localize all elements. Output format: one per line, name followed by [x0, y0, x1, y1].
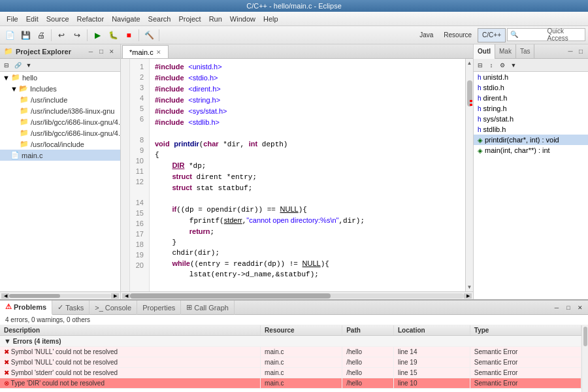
print-button[interactable]: 🖨: [34, 28, 48, 42]
menu-search[interactable]: Search: [144, 14, 175, 24]
table-row[interactable]: ✖ Symbol 'NULL' could not be resolved ma…: [0, 357, 581, 368]
col-description[interactable]: Description: [0, 325, 261, 336]
col-path[interactable]: Path: [342, 325, 394, 336]
outline-sort-btn[interactable]: ↕: [486, 60, 497, 71]
outline-item-unistd[interactable]: h unistd.h: [474, 72, 588, 82]
run-button[interactable]: ▶: [90, 28, 105, 42]
tree-item-i386[interactable]: 📁 /usr/include/i386-linux-gnu: [0, 105, 120, 116]
tree-item-usr-include[interactable]: 📁 /usr/include: [0, 94, 120, 105]
ln-4: 4: [130, 93, 146, 103]
scroll-down-arrow[interactable]: ▼: [466, 283, 473, 291]
header-icon-1: h: [478, 74, 482, 81]
outline-menu-btn[interactable]: ▼: [508, 60, 519, 71]
tab-make[interactable]: Mak: [495, 44, 516, 59]
menu-file[interactable]: File: [3, 14, 22, 24]
outline-item-stdio[interactable]: h stdio.h: [474, 82, 588, 93]
stop-button[interactable]: ■: [122, 28, 136, 42]
build-button[interactable]: 🔨: [142, 28, 156, 42]
problems-maximize-btn[interactable]: □: [563, 302, 574, 313]
table-row[interactable]: ✖ Symbol 'NULL' could not be resolved ma…: [0, 347, 581, 357]
problems-close-btn[interactable]: ✕: [575, 302, 585, 313]
ln-2: 2: [130, 72, 146, 82]
tab-problems[interactable]: ⚠ Problems: [0, 301, 52, 315]
menu-window[interactable]: Window: [226, 14, 259, 24]
main-toolbar: 📄 💾 🖨 ↩ ↪ ▶ 🐛 ■ 🔨 Java Resource C/C++ 🔍 …: [0, 26, 588, 44]
outline-item-printdir[interactable]: ◈ printdir(char*, int) : void: [474, 135, 588, 145]
close-tab-button[interactable]: ✕: [156, 49, 161, 56]
editor-scrollbar-h[interactable]: ◀ ▶: [121, 291, 473, 299]
new-button[interactable]: 📄: [3, 28, 17, 42]
editor-margin: [121, 59, 130, 291]
editor-scrollbar-v[interactable]: ▲ ▼: [465, 59, 473, 291]
perspective-resource[interactable]: Resource: [439, 28, 476, 42]
menu-edit[interactable]: Edit: [22, 14, 42, 24]
undo-button[interactable]: ↩: [54, 28, 69, 42]
link-editor-button[interactable]: 🔗: [12, 60, 23, 71]
menu-navigate[interactable]: Navigate: [108, 14, 144, 24]
view-menu-button[interactable]: ▼: [24, 60, 34, 71]
outline-item-main[interactable]: ◈ main(int, char**) : int: [474, 145, 588, 155]
debug-button[interactable]: 🐛: [106, 28, 120, 42]
minimize-button[interactable]: ─: [86, 47, 95, 56]
outline-filter-btn[interactable]: ⚙: [497, 60, 508, 71]
tab-console[interactable]: >_ Console: [90, 301, 137, 315]
cell-location-1: line 14: [394, 347, 470, 357]
tree-item-includes[interactable]: ▼ 📂 Includes: [0, 83, 120, 94]
editor-h-thumb[interactable]: [130, 293, 331, 299]
col-location[interactable]: Location: [394, 325, 470, 336]
outline-maximize-btn[interactable]: □: [576, 47, 585, 56]
tab-properties[interactable]: Properties: [137, 301, 181, 315]
editor-area: 1 2 3 4 5 6 8 9 10 11 12 14 15 16 17 18 …: [121, 59, 473, 291]
scroll-left-btn[interactable]: ◀: [1, 293, 9, 299]
tree-item-mainc[interactable]: 📄 main.c: [0, 150, 120, 161]
tab-callgraph[interactable]: ⊞ Call Graph: [181, 301, 235, 315]
problems-minimize-btn[interactable]: ─: [551, 302, 562, 313]
menu-refactor[interactable]: Refactor: [73, 14, 108, 24]
cell-resource-1: main.c: [261, 347, 342, 357]
explorer-scrollbar-h[interactable]: ◀ ▶: [0, 291, 120, 299]
outline-item-dirent[interactable]: h dirent.h: [474, 93, 588, 103]
col-type[interactable]: Type: [470, 325, 581, 336]
tab-tasks[interactable]: Tas: [516, 44, 535, 59]
problems-scrollbar-v[interactable]: [581, 325, 588, 392]
col-resource[interactable]: Resource: [261, 325, 342, 336]
tab-tasks-bottom[interactable]: ✓ Tasks: [52, 301, 90, 315]
table-row[interactable]: ✖ Symbol 'stderr' could not be resolved …: [0, 368, 581, 378]
menu-run[interactable]: Run: [205, 14, 226, 24]
menu-help[interactable]: Help: [259, 14, 282, 24]
error-group-row[interactable]: ▼ Errors (4 items): [0, 336, 581, 347]
save-button[interactable]: 💾: [18, 28, 33, 42]
maximize-button[interactable]: □: [97, 47, 106, 56]
editor-tab-mainc[interactable]: *main.c ✕: [122, 45, 169, 58]
scroll-right-btn[interactable]: ▶: [111, 293, 119, 299]
problems-scroll-thumb[interactable]: [583, 327, 587, 346]
outline-item-sysstat[interactable]: h sys/stat.h: [474, 114, 588, 124]
scrollbar-thumb[interactable]: [467, 80, 472, 106]
redo-button[interactable]: ↪: [70, 28, 84, 42]
menu-source[interactable]: Source: [42, 14, 73, 24]
tab-outline[interactable]: Outl: [474, 44, 495, 59]
outline-item-string[interactable]: h string.h: [474, 103, 588, 114]
perspective-cpp[interactable]: C/C++: [478, 28, 506, 42]
scroll-up-arrow[interactable]: ▲: [466, 59, 473, 67]
tree-item-local-include[interactable]: 📁 /usr/local/include: [0, 139, 120, 150]
close-panel-button[interactable]: ✕: [107, 47, 116, 56]
scroll-right-editor-btn[interactable]: ▶: [464, 293, 472, 299]
menu-project[interactable]: Project: [174, 14, 204, 24]
outline-minimize-btn[interactable]: ─: [566, 47, 575, 56]
table-row-highlighted[interactable]: ⊗ Type 'DIR' could not be resolved main.…: [0, 378, 581, 389]
outline-collapse-btn[interactable]: ⊟: [475, 60, 485, 71]
ln-17: 17: [130, 229, 146, 239]
tree-item-gcc-1[interactable]: 📁 /usr/lib/gcc/i686-linux-gnu/4.7: [0, 116, 120, 127]
tree-label-3: /usr/lib/gcc/i686-linux-gnu/4.7: [31, 118, 120, 126]
code-content[interactable]: #include <unistd.h> #include <stdio.h> #…: [150, 59, 465, 291]
outline-item-stdlib[interactable]: h stdlib.h: [474, 124, 588, 135]
tree-item-hello[interactable]: ▼ 📁 hello: [0, 72, 120, 83]
tree-item-gcc-2[interactable]: 📁 /usr/lib/gcc/i686-linux-gnu/4.7: [0, 127, 120, 139]
callgraph-icon: ⊞: [186, 303, 192, 312]
project-explorer-title: Project Explorer: [16, 48, 71, 56]
header-icon-4: h: [478, 105, 482, 112]
scroll-left-editor-btn[interactable]: ◀: [122, 293, 130, 299]
collapse-all-button[interactable]: ⊟: [1, 60, 12, 71]
perspective-java[interactable]: Java: [415, 28, 438, 42]
